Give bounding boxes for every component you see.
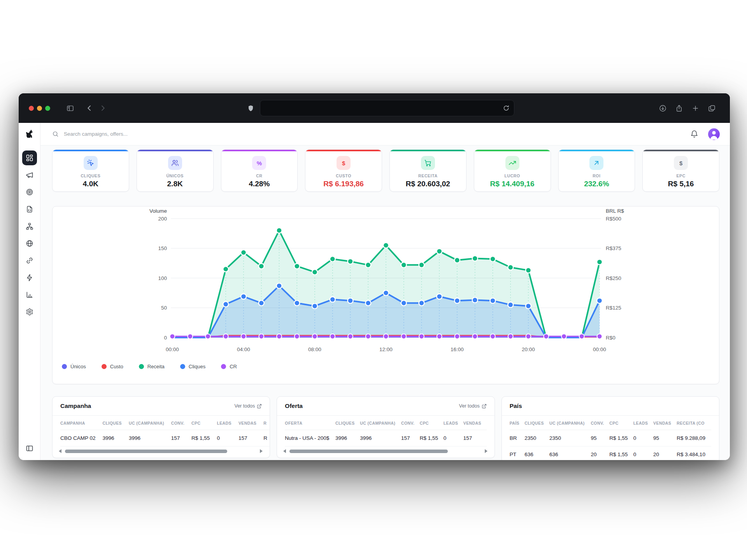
table-cell: 157 bbox=[238, 430, 263, 446]
scroll-left-arrow[interactable] bbox=[283, 449, 286, 453]
table-cell: 636 bbox=[524, 446, 549, 460]
column-header: UC (CAMPANHA) bbox=[129, 416, 171, 430]
browser-sidebar-toggle-button[interactable] bbox=[63, 102, 77, 115]
kpi-row: CLIQUES4.0KÚNICOS2.8K%CR4.28%$CUSTOR$ 6.… bbox=[52, 149, 719, 192]
tab-overview-button[interactable] bbox=[705, 102, 718, 115]
column-header: RECEITA (CO bbox=[677, 416, 711, 430]
new-tab-button[interactable] bbox=[689, 102, 702, 115]
chart-legend: ÚnicosCustoReceitaCliquesCR bbox=[53, 359, 719, 369]
kpi-card-custo: $CUSTOR$ 6.193,86 bbox=[305, 149, 382, 192]
app-shell: CLIQUES4.0KÚNICOS2.8K%CR4.28%$CUSTOR$ 6.… bbox=[19, 123, 730, 460]
kpi-value: R$ 20.603,02 bbox=[406, 180, 450, 188]
reload-button[interactable] bbox=[503, 105, 510, 112]
ver-todos-link[interactable]: Ver todos bbox=[235, 403, 262, 409]
sidebar-item-dashboard[interactable] bbox=[22, 150, 37, 165]
svg-text:200: 200 bbox=[158, 216, 167, 222]
kpi-label: EPC bbox=[676, 173, 685, 178]
url-bar[interactable] bbox=[260, 100, 514, 116]
legend-item-cliques[interactable]: Cliques bbox=[180, 364, 205, 369]
table-row[interactable]: PT63663620R$ 1,55020R$ 3.484,10 bbox=[510, 446, 711, 460]
search-input[interactable] bbox=[63, 131, 314, 137]
app-logo[interactable] bbox=[24, 123, 35, 145]
legend-label: Cliques bbox=[189, 364, 205, 369]
column-header: CLIQUES bbox=[103, 416, 129, 430]
svg-text:Volume: Volume bbox=[149, 208, 167, 214]
link-icon bbox=[26, 257, 33, 264]
scroll-right-arrow[interactable] bbox=[485, 449, 487, 453]
table-cell: 0 bbox=[217, 430, 238, 446]
forward-button[interactable] bbox=[96, 102, 109, 115]
column-header: UC (CAMPANHA) bbox=[360, 416, 401, 430]
svg-text:16:00: 16:00 bbox=[451, 346, 464, 352]
table-cell: 157 bbox=[463, 430, 487, 446]
column-header: VENDAS bbox=[653, 416, 677, 430]
megaphone-icon bbox=[26, 171, 33, 179]
sidebar-item-settings[interactable] bbox=[22, 304, 37, 319]
scrollbar-thumb[interactable] bbox=[65, 450, 227, 453]
table-cell: 95 bbox=[653, 430, 677, 446]
kpi-label: LUCRO bbox=[504, 173, 520, 178]
sidebar-item-campaigns[interactable] bbox=[22, 168, 37, 182]
column-header: LEADS bbox=[444, 416, 463, 430]
sidebar-item-landers[interactable] bbox=[22, 202, 37, 217]
scrollbar-thumb[interactable] bbox=[289, 450, 448, 453]
column-header: OFERTA bbox=[285, 416, 335, 430]
back-button[interactable] bbox=[83, 102, 96, 115]
kpi-value: R$ 6.193,86 bbox=[323, 180, 364, 188]
column-header: CLIQUES bbox=[335, 416, 360, 430]
table-row[interactable]: Nutra - USA - 200$39963996157R$ 1,550157 bbox=[285, 430, 486, 446]
column-header: UC (CAMPANHA) bbox=[549, 416, 591, 430]
sidebar-item-flows[interactable] bbox=[22, 219, 37, 234]
downloads-button[interactable] bbox=[656, 102, 669, 115]
shield-icon[interactable] bbox=[247, 105, 254, 112]
table-cell: R$ 1,55 bbox=[191, 430, 217, 446]
scroll-right-arrow[interactable] bbox=[260, 449, 263, 453]
ver-todos-link[interactable]: Ver todos bbox=[459, 403, 487, 409]
table-cell: 0 bbox=[633, 446, 653, 460]
kpi-label: CUSTO bbox=[336, 173, 351, 178]
legend-dot bbox=[102, 364, 107, 369]
sidebar-item-automations[interactable] bbox=[22, 270, 37, 285]
table-header-row: PAÍSCLIQUESUC (CAMPANHA)CONV.CPCLEADSVEN… bbox=[510, 416, 711, 430]
notifications-button[interactable] bbox=[690, 130, 698, 138]
scrollbar-track[interactable] bbox=[289, 450, 482, 453]
column-header: LEADS bbox=[217, 416, 238, 430]
column-header: CONV. bbox=[591, 416, 609, 430]
globe-icon bbox=[26, 240, 33, 247]
table-card-header: OfertaVer todos bbox=[277, 397, 494, 416]
sitemap-icon bbox=[26, 222, 33, 230]
svg-text:08:00: 08:00 bbox=[308, 346, 321, 352]
table-cell: R$ 9.288,09 bbox=[677, 430, 711, 446]
sidebar-item-offers[interactable] bbox=[22, 185, 37, 200]
legend-item-custo[interactable]: Custo bbox=[102, 364, 123, 369]
tables-row: CampanhaVer todosCAMPANHACLIQUESUC (CAMP… bbox=[52, 396, 719, 460]
scrollbar-track[interactable] bbox=[64, 450, 257, 453]
svg-text:00:00: 00:00 bbox=[166, 346, 179, 352]
table-row[interactable]: BR2350235095R$ 1,55095R$ 9.288,09 bbox=[510, 430, 711, 446]
sidebar-collapse-button[interactable] bbox=[26, 444, 33, 454]
minimize-window-button[interactable] bbox=[37, 106, 42, 111]
table-row[interactable]: CBO CAMP 0239963996157R$ 1,550157R bbox=[60, 430, 270, 446]
legend-dot bbox=[180, 364, 185, 369]
kpi-label: CR bbox=[256, 173, 262, 178]
user-avatar[interactable] bbox=[708, 128, 720, 140]
legend-item-únicos[interactable]: Únicos bbox=[62, 364, 86, 369]
share-button[interactable] bbox=[672, 102, 686, 115]
legend-dot bbox=[221, 364, 226, 369]
zoom-window-button[interactable] bbox=[45, 106, 50, 111]
kpi-accent-bar bbox=[390, 150, 466, 151]
chart-svg: 0R$050R$125100R$250150R$375200R$500Volum… bbox=[53, 206, 719, 359]
scroll-left-arrow[interactable] bbox=[59, 449, 61, 453]
column-header: CPC bbox=[191, 416, 217, 430]
kpi-accent-bar bbox=[53, 150, 129, 151]
sidebar-item-reports[interactable] bbox=[22, 287, 37, 302]
table-cell: PT bbox=[510, 446, 525, 460]
legend-item-receita[interactable]: Receita bbox=[139, 364, 165, 369]
close-window-button[interactable] bbox=[29, 106, 34, 111]
sidebar-item-domains[interactable] bbox=[22, 236, 37, 251]
legend-item-cr[interactable]: CR bbox=[221, 364, 237, 369]
dog-logo-icon bbox=[24, 129, 35, 139]
sidebar-item-links[interactable] bbox=[22, 253, 37, 268]
svg-text:150: 150 bbox=[158, 245, 167, 251]
chart-card: 0R$050R$125100R$250150R$375200R$500Volum… bbox=[52, 206, 719, 384]
